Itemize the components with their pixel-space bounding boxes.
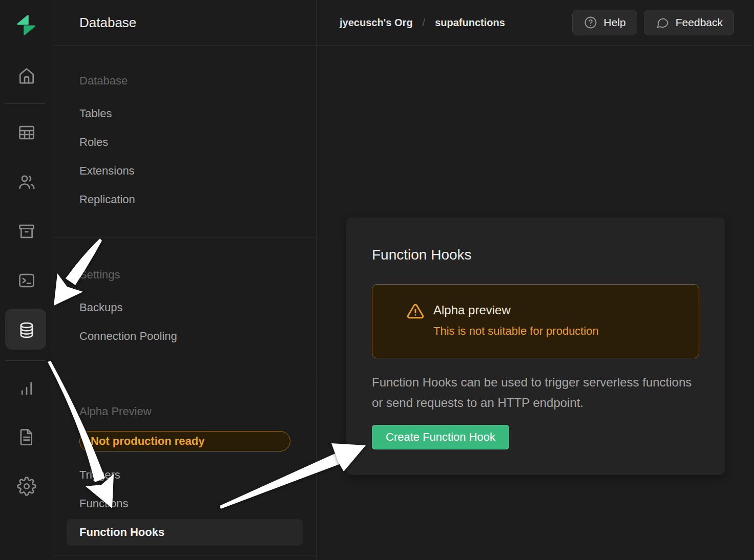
function-hooks-card: Function Hooks Alpha preview This is not… bbox=[346, 218, 725, 475]
breadcrumb-project[interactable]: supafunctions bbox=[435, 17, 505, 29]
nav-rail bbox=[0, 0, 53, 560]
section-header-alpha-preview: Alpha Preview bbox=[53, 397, 316, 426]
main-body: Function Hooks Alpha preview This is not… bbox=[317, 46, 754, 560]
sidebar-item-connection-pooling[interactable]: Connection Pooling bbox=[53, 322, 316, 351]
table-editor-icon[interactable] bbox=[17, 123, 36, 142]
sidebar-title: Database bbox=[79, 15, 136, 31]
settings-gear-icon[interactable] bbox=[17, 477, 36, 496]
sidebar-item-triggers[interactable]: Triggers bbox=[53, 461, 316, 489]
help-button[interactable]: Help bbox=[572, 10, 637, 35]
sidebar-item-tables[interactable]: Tables bbox=[53, 99, 316, 128]
sidebar: Database Database Tables Roles Extension… bbox=[53, 0, 317, 560]
sql-terminal-icon[interactable] bbox=[17, 271, 36, 290]
warning-triangle-icon bbox=[407, 303, 424, 320]
sidebar-item-replication[interactable]: Replication bbox=[53, 185, 316, 214]
alert-subtitle: This is not suitable for production bbox=[433, 325, 599, 338]
sidebar-item-extensions[interactable]: Extensions bbox=[53, 157, 316, 185]
feedback-bubble-icon bbox=[655, 15, 669, 30]
feedback-button[interactable]: Feedback bbox=[644, 10, 734, 35]
alpha-preview-alert: Alpha preview This is not suitable for p… bbox=[372, 284, 699, 358]
sidebar-header: Database bbox=[53, 0, 316, 46]
sidebar-item-functions[interactable]: Functions bbox=[53, 489, 316, 518]
logs-icon[interactable] bbox=[17, 427, 36, 447]
breadcrumb-separator: / bbox=[423, 17, 426, 29]
feedback-button-label: Feedback bbox=[676, 16, 723, 29]
section-header-database: Database bbox=[53, 67, 316, 95]
breadcrumb-org[interactable]: jyecusch's Org bbox=[340, 17, 413, 29]
main-area: jyecusch's Org / supafunctions Help Feed… bbox=[317, 0, 754, 560]
database-icon[interactable] bbox=[17, 320, 36, 340]
rail-divider bbox=[5, 103, 45, 104]
sidebar-bottom-divider bbox=[53, 555, 316, 556]
storage-icon[interactable] bbox=[17, 222, 36, 241]
alert-title: Alpha preview bbox=[433, 301, 599, 319]
sidebar-item-backups[interactable]: Backups bbox=[53, 293, 316, 322]
reports-icon[interactable] bbox=[17, 378, 36, 398]
sidebar-item-roles[interactable]: Roles bbox=[53, 128, 316, 157]
create-function-hook-button[interactable]: Create Function Hook bbox=[372, 425, 509, 449]
auth-users-icon[interactable] bbox=[17, 173, 36, 192]
app-window: Database Database Tables Roles Extension… bbox=[0, 0, 754, 560]
not-production-ready-badge: Not production ready bbox=[79, 431, 290, 451]
card-description: Function Hooks can be used to trigger se… bbox=[372, 372, 694, 413]
help-circle-icon bbox=[583, 15, 598, 30]
top-bar: jyecusch's Org / supafunctions Help Feed… bbox=[317, 0, 754, 46]
sidebar-item-function-hooks-selected[interactable]: Function Hooks bbox=[67, 519, 303, 546]
page-title: Function Hooks bbox=[372, 245, 699, 265]
rail-divider bbox=[5, 360, 45, 361]
top-actions: Help Feedback bbox=[572, 10, 734, 35]
section-header-settings: Settings bbox=[53, 261, 316, 289]
home-icon[interactable] bbox=[17, 66, 36, 85]
help-button-label: Help bbox=[604, 16, 626, 29]
supabase-logo-icon[interactable] bbox=[14, 13, 38, 37]
